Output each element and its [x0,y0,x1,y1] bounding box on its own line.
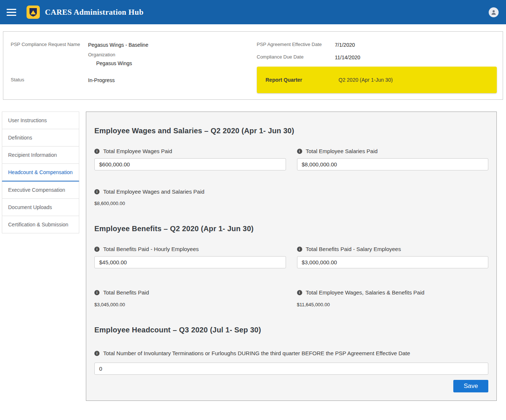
field-total-wages-paid: i Total Employee Wages Paid [94,148,286,170]
benefits-hourly-input[interactable] [94,256,286,268]
sidebar-item-recipient-information[interactable]: Recipient Information [2,146,79,164]
sidebar-item-executive-compensation[interactable]: Executive Compensation [2,181,79,199]
user-avatar-icon[interactable] [489,7,499,17]
status-label: Status [11,77,88,84]
total-wages-salaries-value: $8,600,000.00 [94,201,286,206]
app-title: CARES Administration Hub [45,8,144,17]
info-icon[interactable]: i [297,247,302,252]
involuntary-terminations-label: Total Number of Involuntary Terminations… [103,350,410,357]
field-total-all: i Total Employee Wages, Salaries & Benef… [297,289,489,307]
request-name-label: PSP Compliance Request Name [11,41,88,49]
summary-right-column: PSP Agreement Effective Date 7/1/2020 Co… [257,41,503,93]
sidebar-item-definitions[interactable]: Definitions [2,129,79,147]
total-wages-paid-label: Total Employee Wages Paid [103,148,172,155]
section-title-benefits: Employee Benefits – Q2 2020 (Apr 1- Jun … [94,225,488,233]
sidebar-item-user-instructions[interactable]: User Instructions [2,112,79,129]
total-benefits-value: $3,045,000.00 [94,302,286,307]
app-logo [27,6,40,19]
total-salaries-paid-label: Total Employee Salaries Paid [306,148,378,155]
organization-label: Organization [88,52,132,59]
section-title-wages: Employee Wages and Salaries – Q2 2020 (A… [94,127,488,135]
app-bar: CARES Administration Hub [0,0,506,24]
involuntary-terminations-input[interactable] [94,363,488,375]
status-value: In-Progress [88,77,115,84]
info-icon[interactable]: i [94,351,100,356]
save-button[interactable]: Save [453,380,488,392]
request-name-value: Pegasus Wings - Baseline [88,41,148,49]
sidebar-item-certification-submission[interactable]: Certification & Submission [2,216,79,233]
summary-left-column: PSP Compliance Request Name Pegasus Wing… [11,41,257,93]
content-panel: Employee Wages and Salaries – Q2 2020 (A… [86,112,497,401]
benefits-salary-label: Total Benefits Paid - Salary Employees [306,246,401,253]
info-icon[interactable]: i [94,290,100,295]
sidebar-item-headcount-compensation[interactable]: Headcount & Compensation [2,163,79,181]
report-quarter-label: Report Quarter [266,77,339,83]
due-date-value: 11/14/2020 [335,54,360,61]
shield-icon [28,7,38,17]
info-icon[interactable]: i [94,189,100,194]
field-benefits-hourly: i Total Benefits Paid - Hourly Employees [94,246,286,268]
field-benefits-salary: i Total Benefits Paid - Salary Employees [297,246,489,268]
sidebar-item-document-uploads[interactable]: Document Uploads [2,198,79,216]
field-total-benefits: i Total Benefits Paid $3,045,000.00 [94,289,286,307]
main-area: User Instructions Definitions Recipient … [0,112,506,412]
info-icon[interactable]: i [297,149,302,154]
info-icon[interactable]: i [94,149,100,154]
due-date-label: Compliance Due Date [257,54,335,61]
section-title-headcount: Employee Headcount – Q3 2020 (Jul 1- Sep… [94,326,488,334]
total-all-label: Total Employee Wages, Salaries & Benefit… [306,289,425,296]
menu-icon[interactable] [7,7,16,18]
summary-card: PSP Compliance Request Name Pegasus Wing… [3,31,503,100]
benefits-salary-input[interactable] [297,256,489,268]
total-wages-paid-input[interactable] [94,158,286,170]
total-wages-salaries-label: Total Employee Wages and Salaries Paid [103,188,205,195]
info-icon[interactable]: i [94,247,100,252]
effective-date-label: PSP Agreement Effective Date [257,41,335,49]
total-benefits-label: Total Benefits Paid [103,289,149,296]
report-quarter-value: Q2 2020 (Apr 1-Jun 30) [339,77,393,83]
field-involuntary-terminations: i Total Number of Involuntary Terminatio… [94,350,488,375]
sidebar: User Instructions Definitions Recipient … [2,112,79,233]
total-all-value: $11,645,000.00 [297,302,489,307]
benefits-hourly-label: Total Benefits Paid - Hourly Employees [103,246,199,253]
organization-value: Pegasus Wings [88,60,132,67]
info-icon[interactable]: i [297,290,302,295]
effective-date-value: 7/1/2020 [335,41,355,49]
total-salaries-paid-input[interactable] [297,158,489,170]
field-total-salaries-paid: i Total Employee Salaries Paid [297,148,489,170]
field-total-wages-salaries: i Total Employee Wages and Salaries Paid… [94,188,286,206]
report-quarter-highlight: Report Quarter Q2 2020 (Apr 1-Jun 30) [257,67,497,93]
